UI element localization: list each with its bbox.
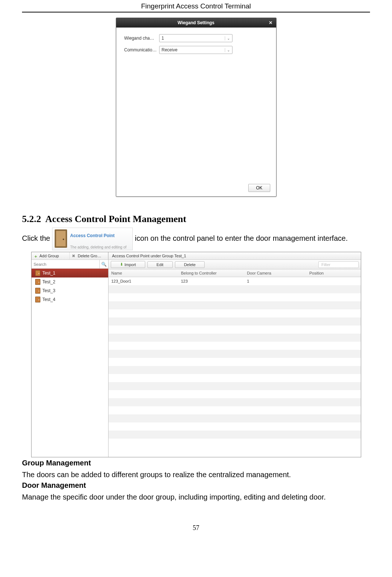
table-row[interactable]: 123_Door1 123 1 xyxy=(109,277,361,285)
left-pane: ＋Add Group ✖Delete Gro… 🔍 Test_1 Test_2 … xyxy=(32,252,109,457)
access-control-point-card[interactable]: Access Control Point The adding, deletin… xyxy=(52,228,133,250)
delete-group-label: Delete Gro… xyxy=(78,254,101,258)
table-row xyxy=(109,382,361,390)
table-row xyxy=(109,366,361,374)
cell-position xyxy=(307,280,361,283)
tree-item-test3[interactable]: Test_3 xyxy=(32,286,108,295)
edit-button[interactable]: Edit xyxy=(147,261,173,268)
tree-item-test4[interactable]: Test_4 xyxy=(32,295,108,304)
col-controller[interactable]: Belong to Controller xyxy=(178,269,244,277)
page-number: 57 xyxy=(22,524,370,532)
group-management-heading: Group Management xyxy=(22,459,370,467)
communication-label: Communicatio… xyxy=(124,47,159,52)
door-icon xyxy=(35,297,40,302)
wiegand-channel-label: Wiegand cha… xyxy=(124,36,159,41)
table-row xyxy=(109,293,361,301)
table-row xyxy=(109,422,361,431)
search-input[interactable] xyxy=(32,260,99,268)
door-icon xyxy=(55,229,67,248)
cell-camera: 1 xyxy=(244,277,307,285)
tree-label: Test_3 xyxy=(43,288,55,293)
communication-value: Receive xyxy=(160,47,225,52)
click-pre: Click the xyxy=(22,234,50,242)
door-management-text: Manage the specific door under the door … xyxy=(22,492,370,502)
table-row xyxy=(109,414,361,422)
table-row xyxy=(109,398,361,406)
door-management-panel: ＋Add Group ✖Delete Gro… 🔍 Test_1 Test_2 … xyxy=(31,252,361,457)
chevron-down-icon[interactable]: ⌄ xyxy=(225,36,232,40)
page-header: Fingerprint Access Control Terminal xyxy=(22,0,370,12)
table-row xyxy=(109,334,361,342)
click-post: icon on the control panel to enter the d… xyxy=(135,234,348,242)
search-icon[interactable]: 🔍 xyxy=(99,260,108,268)
tree-label: Test_1 xyxy=(43,271,55,276)
delete-button[interactable]: Delete xyxy=(175,261,205,268)
tree-label: Test_2 xyxy=(43,279,55,284)
import-button[interactable]: ⬇Import xyxy=(111,261,145,268)
card-title: Access Control Point xyxy=(70,233,114,238)
cell-name: 123_Door1 xyxy=(109,277,178,285)
search-box[interactable]: 🔍 xyxy=(32,260,108,269)
ok-button[interactable]: OK xyxy=(248,184,270,192)
wiegand-channel-combo[interactable]: 1 ⌄ xyxy=(159,34,232,42)
table-row xyxy=(109,317,361,326)
section-heading: 5.2.2 Access Control Point Management xyxy=(22,214,370,225)
table-row xyxy=(109,326,361,334)
click-sentence: Click the Access Control Point The addin… xyxy=(22,228,370,250)
group-management-text: The doors can be added to different grou… xyxy=(22,469,370,480)
add-group-label: Add Group xyxy=(40,254,59,258)
table-row xyxy=(109,374,361,382)
col-name[interactable]: Name xyxy=(109,269,178,277)
wiegand-channel-value: 1 xyxy=(160,36,225,41)
add-group-button[interactable]: ＋Add Group xyxy=(32,252,70,260)
door-icon xyxy=(35,288,40,294)
dialog-title-text: Wiegand Settings xyxy=(177,20,215,25)
table-row xyxy=(109,390,361,398)
table-row xyxy=(109,350,361,358)
col-camera[interactable]: Door Camera xyxy=(244,269,307,277)
col-position[interactable]: Position xyxy=(307,269,361,277)
plus-icon: ＋ xyxy=(34,254,38,258)
group-tree: Test_1 Test_2 Test_3 Test_4 xyxy=(32,269,108,457)
table-head: Name Belong to Controller Door Camera Po… xyxy=(109,269,361,277)
right-pane-title: Access Control Point under Group Test_1 xyxy=(109,252,361,260)
tree-item-test1[interactable]: Test_1 xyxy=(32,269,108,277)
table-row xyxy=(109,358,361,366)
table-row xyxy=(109,431,361,439)
section-number: 5.2.2 xyxy=(22,214,41,224)
table-body: 123_Door1 123 1 xyxy=(109,277,361,457)
table-row xyxy=(109,309,361,317)
door-icon xyxy=(35,270,40,276)
right-pane: Access Control Point under Group Test_1 … xyxy=(109,252,361,457)
import-icon: ⬇ xyxy=(120,262,123,267)
cell-controller: 123 xyxy=(178,277,244,285)
door-icon xyxy=(35,279,40,285)
delete-icon: ✖ xyxy=(72,254,76,258)
dialog-titlebar: Wiegand Settings ✕ xyxy=(116,18,276,28)
table-row xyxy=(109,406,361,414)
chevron-down-icon[interactable]: ⌄ xyxy=(225,48,232,52)
table-row xyxy=(109,342,361,350)
tree-item-test2[interactable]: Test_2 xyxy=(32,277,108,286)
door-management-heading: Door Management xyxy=(22,481,370,490)
tree-label: Test_4 xyxy=(43,297,55,302)
section-title: Access Control Point Management xyxy=(45,214,186,224)
table-row xyxy=(109,285,361,293)
wiegand-dialog: Wiegand Settings ✕ Wiegand cha… 1 ⌄ Comm… xyxy=(116,18,276,197)
filter-input[interactable]: Filter xyxy=(318,261,359,268)
table-row xyxy=(109,301,361,309)
delete-group-button[interactable]: ✖Delete Gro… xyxy=(70,252,108,260)
import-label: Import xyxy=(125,262,136,267)
communication-combo[interactable]: Receive ⌄ xyxy=(159,46,232,54)
close-icon[interactable]: ✕ xyxy=(269,20,272,25)
